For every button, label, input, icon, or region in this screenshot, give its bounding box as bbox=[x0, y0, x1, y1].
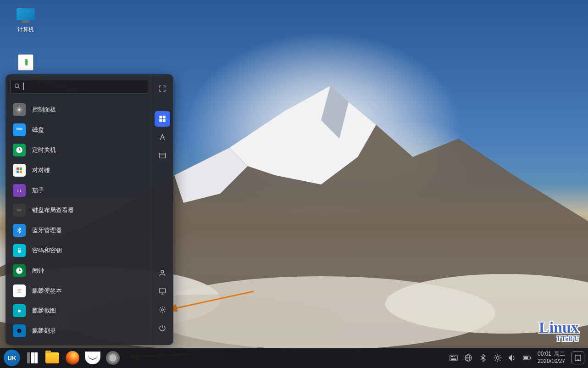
clock-day: 周二 bbox=[554, 351, 565, 358]
svg-point-58 bbox=[161, 270, 164, 273]
app-item-disk[interactable]: 磁盘 bbox=[10, 120, 148, 139]
start-menu: 控制面板磁盘定时关机对对碰茄子键盘布局查看器蓝牙管理器密码和密钥闹钟麒麟便签本麒… bbox=[6, 74, 173, 345]
svg-point-48 bbox=[18, 310, 21, 312]
taskbar-kylin[interactable] bbox=[84, 350, 101, 366]
side-computer-side[interactable] bbox=[155, 284, 170, 299]
svg-rect-67 bbox=[451, 359, 456, 360]
clock-time: 00:01 bbox=[538, 351, 551, 358]
svg-rect-59 bbox=[159, 289, 166, 293]
search-input[interactable] bbox=[10, 79, 148, 94]
search-icon bbox=[14, 83, 21, 89]
desktop[interactable]: 计算机 Linux I Tell U 控制面板磁盘定时关机对对碰茄子键盘布局查看… bbox=[0, 0, 588, 368]
passwords-icon bbox=[13, 244, 26, 257]
svg-point-2 bbox=[385, 274, 588, 334]
side-card-view[interactable] bbox=[155, 148, 170, 163]
svg-point-66 bbox=[454, 357, 454, 357]
app-label: 密码和密钥 bbox=[32, 246, 62, 255]
app-item-notes[interactable]: 麒麟便签本 bbox=[10, 281, 148, 301]
computer-icon bbox=[17, 8, 35, 23]
notification-button[interactable] bbox=[571, 351, 584, 364]
tray-battery-icon[interactable] bbox=[523, 354, 531, 362]
svg-rect-34 bbox=[17, 211, 22, 212]
taskbar: UK 00:01周二 2020/10/27 bbox=[0, 348, 588, 368]
svg-rect-23 bbox=[17, 170, 19, 173]
svg-rect-47 bbox=[18, 308, 21, 309]
app-label: 蓝牙管理器 bbox=[32, 226, 62, 234]
app-item-alarm[interactable]: 闹钟 bbox=[10, 261, 148, 280]
tray-keyboard-icon[interactable] bbox=[449, 354, 458, 362]
notes-icon bbox=[13, 284, 26, 297]
svg-point-1 bbox=[147, 276, 495, 350]
clock[interactable]: 00:01周二 2020/10/27 bbox=[538, 351, 565, 365]
shutdown-timer-icon bbox=[13, 144, 26, 156]
app-item-burner[interactable]: 麒麟刻录 bbox=[10, 321, 148, 340]
desktop-icon-trash[interactable] bbox=[9, 54, 42, 71]
app-item-control-panel[interactable]: 控制面板 bbox=[10, 100, 148, 119]
svg-rect-13 bbox=[15, 110, 17, 111]
app-item-eggplant[interactable]: 茄子 bbox=[10, 181, 148, 200]
svg-rect-37 bbox=[18, 250, 21, 252]
app-label: 定时关机 bbox=[32, 146, 56, 154]
app-label: 控制面板 bbox=[32, 106, 56, 114]
svg-point-10 bbox=[18, 109, 20, 111]
side-power[interactable] bbox=[155, 320, 170, 336]
task-view-button[interactable] bbox=[24, 350, 40, 366]
svg-rect-30 bbox=[17, 209, 18, 210]
tray-brightness-icon[interactable] bbox=[494, 354, 502, 362]
svg-point-71 bbox=[496, 357, 499, 359]
taskbar-settings[interactable] bbox=[105, 350, 121, 366]
app-item-passwords[interactable]: 密码和密钥 bbox=[10, 241, 148, 260]
app-item-screenshot[interactable]: 麒麟截图 bbox=[10, 301, 148, 320]
svg-point-26 bbox=[17, 190, 18, 190]
svg-rect-81 bbox=[530, 357, 531, 358]
side-alpha-view[interactable] bbox=[155, 129, 170, 145]
app-label: 茄子 bbox=[32, 186, 44, 195]
start-button[interactable]: UK bbox=[4, 350, 20, 366]
app-item-bluetooth[interactable]: 蓝牙管理器 bbox=[10, 221, 148, 240]
svg-point-27 bbox=[20, 190, 21, 190]
svg-rect-21 bbox=[17, 167, 19, 170]
clock-date: 2020/10/27 bbox=[538, 358, 565, 365]
app-item-match-game[interactable]: 对对碰 bbox=[10, 161, 148, 180]
app-list: 控制面板磁盘定时关机对对碰茄子键盘布局查看器蓝牙管理器密码和密钥闹钟麒麟便签本麒… bbox=[10, 100, 148, 340]
svg-line-77 bbox=[499, 360, 500, 361]
side-settings[interactable] bbox=[155, 302, 170, 318]
svg-rect-63 bbox=[450, 355, 457, 361]
match-game-icon bbox=[13, 164, 26, 177]
disk-icon bbox=[13, 123, 26, 136]
side-grid-view[interactable] bbox=[155, 111, 170, 127]
svg-rect-56 bbox=[159, 153, 166, 158]
svg-point-7 bbox=[15, 84, 19, 88]
side-expand[interactable] bbox=[155, 81, 170, 96]
svg-line-76 bbox=[495, 355, 496, 356]
firefox-icon bbox=[66, 351, 79, 365]
desktop-icon-label: 计算机 bbox=[17, 26, 34, 33]
app-label: 闹钟 bbox=[32, 267, 44, 275]
side-user[interactable] bbox=[155, 265, 170, 281]
svg-rect-52 bbox=[159, 116, 162, 118]
svg-rect-28 bbox=[16, 208, 23, 212]
folder-icon bbox=[45, 352, 59, 363]
taskbar-firefox[interactable] bbox=[64, 350, 81, 366]
desktop-icon-computer[interactable]: 计算机 bbox=[9, 8, 42, 33]
app-item-shutdown-timer[interactable]: 定时关机 bbox=[10, 140, 148, 160]
svg-rect-14 bbox=[22, 110, 23, 111]
taskbar-files[interactable] bbox=[44, 350, 61, 366]
app-item-keyboard-layout[interactable]: 键盘布局查看器 bbox=[10, 201, 148, 220]
task-view-icon bbox=[27, 352, 38, 363]
tray-volume-icon[interactable] bbox=[508, 354, 516, 362]
svg-rect-55 bbox=[163, 119, 166, 122]
tray-bluetooth-icon[interactable] bbox=[479, 354, 487, 362]
bluetooth-icon bbox=[13, 224, 26, 237]
app-label: 麒麟便签本 bbox=[32, 287, 62, 295]
svg-rect-31 bbox=[19, 209, 20, 210]
tray-network-icon[interactable] bbox=[464, 354, 472, 362]
svg-line-5 bbox=[169, 291, 254, 310]
watermark: Linux I Tell U bbox=[539, 321, 579, 343]
kylin-icon bbox=[85, 351, 100, 364]
svg-rect-12 bbox=[19, 112, 20, 114]
svg-rect-82 bbox=[524, 357, 527, 359]
eggplant-icon bbox=[13, 184, 26, 197]
svg-rect-54 bbox=[159, 119, 162, 122]
svg-rect-33 bbox=[21, 209, 22, 210]
